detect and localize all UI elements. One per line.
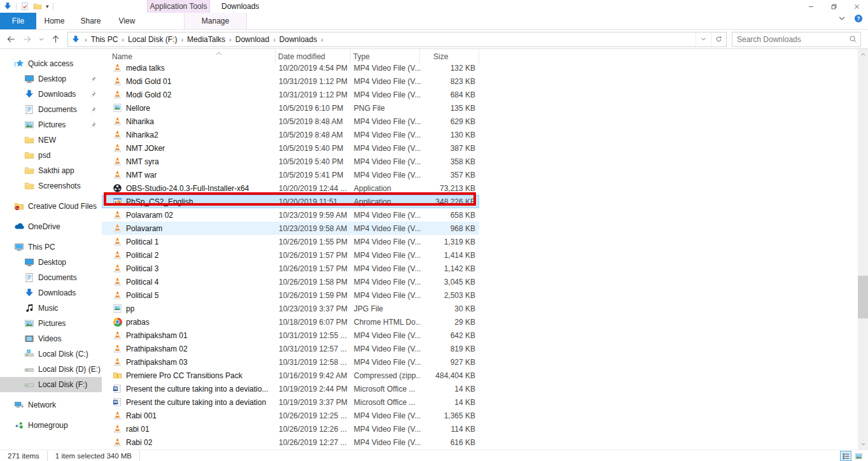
expand-ribbon-chevron-icon[interactable] xyxy=(837,14,846,23)
details-view-button[interactable] xyxy=(840,451,851,461)
sidebar-item-desktop[interactable]: Desktop xyxy=(0,71,102,87)
file-row-pp[interactable]: pp10/23/2019 3:37 PMJPG File30 KB xyxy=(102,302,479,315)
file-row-nmt-war[interactable]: NMT war10/5/2019 5:41 PMMP4 Video File (… xyxy=(102,168,479,181)
file-row-political-4[interactable]: Political 410/26/2019 1:58 PMMP4 Video F… xyxy=(102,275,479,288)
file-size: 1,365 KB xyxy=(421,411,480,420)
help-icon[interactable]: ? xyxy=(854,14,863,23)
sidebar-item-homegroup[interactable]: Homegroup xyxy=(0,418,102,433)
sidebar-item-screenshots[interactable]: Screenshots xyxy=(0,178,102,194)
sidebar-item-documents[interactable]: Documents xyxy=(0,270,102,285)
file-row-rabi-02[interactable]: Rabi 0210/26/2019 12:27 ...MP4 Video Fil… xyxy=(102,436,479,449)
sidebar-item-downloads[interactable]: Downloads xyxy=(0,285,102,301)
restore-button[interactable] xyxy=(822,0,845,13)
file-row-prathipaksham-01[interactable]: Prathipaksham 0110/31/2019 12:55 ...MP4 … xyxy=(102,329,479,342)
file-row-phsp-cs2-english[interactable]: PhSp_CS2_English10/20/2019 11:51 ...Appl… xyxy=(102,195,479,208)
file-row-nellore[interactable]: Nellore10/5/2019 6:10 PMPNG File135 KB xyxy=(102,101,479,115)
file-pane: Name Date modified Type Size media talks… xyxy=(102,49,858,450)
file-row-present-the-culture-taking-into-a-deviatio[interactable]: WPresent the culture taking into a devia… xyxy=(102,382,479,395)
file-name: Prathipaksham 02 xyxy=(126,344,188,353)
file-row-present-the-culture-taking-into-a-deviation[interactable]: WPresent the culture taking into a devia… xyxy=(102,395,479,409)
file-row-polavaram[interactable]: Polavaram10/23/2019 9:58 AMMP4 Video Fil… xyxy=(102,222,479,235)
file-row-nmt-joker[interactable]: NMT JOker10/5/2019 5:40 PMMP4 Video File… xyxy=(102,141,479,155)
file-row-political-1[interactable]: Political 110/26/2019 1:55 PMMP4 Video F… xyxy=(102,235,479,248)
search-input[interactable] xyxy=(732,35,844,44)
refresh-icon[interactable] xyxy=(711,32,726,46)
customize-qat-icon[interactable]: ▾ xyxy=(46,4,49,10)
breadcrumb-local-disk-f[interactable]: Local Disk (F:) xyxy=(126,32,179,46)
scroll-down-icon[interactable] xyxy=(858,439,868,450)
file-type: MP4 Video File (V... xyxy=(351,171,421,180)
recent-locations-chevron-icon[interactable] xyxy=(38,36,45,43)
vertical-scrollbar[interactable] xyxy=(858,49,868,450)
sidebar-item-documents[interactable]: Documents xyxy=(0,102,102,117)
sidebar-item-new[interactable]: NEW xyxy=(0,132,102,148)
sidebar-item-network[interactable]: Network xyxy=(0,397,102,413)
file-date-modified: 10/31/2019 1:12 PM xyxy=(276,77,351,86)
column-header-name[interactable]: Name xyxy=(102,49,276,64)
scroll-up-icon[interactable] xyxy=(858,49,868,60)
sidebar-item-downloads[interactable]: Downloads xyxy=(0,87,102,102)
breadcrumb-this-pc[interactable]: This PC xyxy=(89,32,120,46)
file-row-political-2[interactable]: Political 210/26/2019 1:57 PMMP4 Video F… xyxy=(102,248,479,262)
column-header-size[interactable]: Size xyxy=(420,49,479,64)
sidebar-item-label: This PC xyxy=(28,243,55,252)
sidebar-item-local-disk-d-e[interactable]: Local Disk (D) (E:) xyxy=(0,362,102,377)
sidebar-item-creative-cloud-files[interactable]: CcCreative Cloud Files xyxy=(0,199,102,214)
file-row-prathipaksham-03[interactable]: Prathipaksham 0310/31/2019 12:58 ...MP4 … xyxy=(102,355,479,369)
close-button[interactable] xyxy=(845,0,868,13)
sort-ascending-icon xyxy=(215,48,223,53)
sidebar-item-videos[interactable]: Videos xyxy=(0,331,102,346)
large-icons-view-button[interactable] xyxy=(853,451,864,461)
breadcrumb-download[interactable]: Download xyxy=(234,32,271,46)
sidebar-item-psd[interactable]: psd xyxy=(0,148,102,163)
file-row-niharika[interactable]: Niharika10/5/2019 8:48 AMMP4 Video File … xyxy=(102,115,479,128)
file-row-rabi-01[interactable]: rabi 0110/26/2019 12:26 ...MP4 Video Fil… xyxy=(102,422,479,436)
breadcrumb-mediatalks[interactable]: MediaTalks xyxy=(185,32,227,46)
up-icon[interactable] xyxy=(51,34,60,44)
sidebar-item-music[interactable]: Music xyxy=(0,301,102,316)
minimize-button[interactable] xyxy=(799,0,822,13)
forward-icon[interactable] xyxy=(22,34,32,44)
sidebar-item-onedrive[interactable]: OneDrive xyxy=(0,219,102,234)
file-row-modi-gold-02[interactable]: Modi Gold 0210/31/2019 1:12 PMMP4 Video … xyxy=(102,88,479,101)
file-row-niharika2[interactable]: Niharika210/5/2019 8:48 AMMP4 Video File… xyxy=(102,128,479,141)
properties-icon[interactable] xyxy=(20,2,29,11)
sidebar-item-pictures[interactable]: Pictures xyxy=(0,117,102,132)
network-icon xyxy=(14,400,24,410)
chevron-right-icon: › xyxy=(319,36,325,43)
sidebar-item-pictures[interactable]: Pictures xyxy=(0,316,102,331)
tab-share[interactable]: Share xyxy=(73,13,109,29)
address-box[interactable]: › This PC›Local Disk (F:)›MediaTalks›Dow… xyxy=(67,32,727,47)
file-row-nmt-syra[interactable]: NMT syra10/5/2019 5:40 PMMP4 Video File … xyxy=(102,155,479,168)
sidebar-item-sakthi-app[interactable]: Sakthi app xyxy=(0,163,102,178)
sidebar-item-this-pc[interactable]: This PC xyxy=(0,239,102,255)
sidebar-item-quick-access[interactable]: Quick access xyxy=(0,56,102,71)
tab-home[interactable]: Home xyxy=(36,13,73,29)
sidebar-item-local-disk-f[interactable]: Local Disk (F:) xyxy=(0,377,102,392)
tab-view[interactable]: View xyxy=(109,13,145,29)
file-row-political-3[interactable]: Political 310/26/2019 1:57 PMMP4 Video F… xyxy=(102,262,479,275)
column-header-type[interactable]: Type xyxy=(351,49,420,64)
back-icon[interactable] xyxy=(6,34,16,44)
search-icon[interactable] xyxy=(849,35,857,43)
tab-file[interactable]: File xyxy=(0,13,36,29)
address-dropdown-icon[interactable] xyxy=(696,32,711,46)
file-row-modi-gold-01[interactable]: Modi Gold 0110/31/2019 1:12 PMMP4 Video … xyxy=(102,74,479,88)
tab-manage[interactable]: Manage xyxy=(184,13,247,29)
file-row-prabas[interactable]: prabas10/18/2019 6:07 PMChrome HTML Do..… xyxy=(102,315,479,329)
file-row-prathipaksham-02[interactable]: Prathipaksham 0210/31/2019 12:57 ...MP4 … xyxy=(102,342,479,355)
sidebar-item-desktop[interactable]: Desktop xyxy=(0,255,102,270)
new-folder-icon[interactable] xyxy=(33,2,42,11)
sidebar-item-label: Homegroup xyxy=(28,421,68,430)
creative-cloud-icon: Cc xyxy=(14,201,24,211)
breadcrumb-downloads[interactable]: Downloads xyxy=(277,32,319,46)
scrollbar-thumb[interactable] xyxy=(858,276,868,318)
file-row-political-5[interactable]: Political 510/26/2019 1:59 PMMP4 Video F… xyxy=(102,288,479,302)
file-row-premiere-pro-cc-transitions-pack[interactable]: Premiere Pro CC Transitions Pack10/16/20… xyxy=(102,369,479,382)
file-row-rabi-001[interactable]: Rabi 00110/26/2019 12:25 ...MP4 Video Fi… xyxy=(102,409,479,422)
file-row-polavaram-02[interactable]: Polavaram 0210/23/2019 9:59 AMMP4 Video … xyxy=(102,208,479,222)
sidebar-item-local-disk-c[interactable]: Local Disk (C:) xyxy=(0,346,102,362)
vlc-icon xyxy=(113,411,122,420)
column-header-date-modified[interactable]: Date modified xyxy=(276,49,351,64)
file-row-obs-studio-24-0-3-full-installer-x64[interactable]: OBS-Studio-24.0.3-Full-Installer-x6410/2… xyxy=(102,181,479,195)
